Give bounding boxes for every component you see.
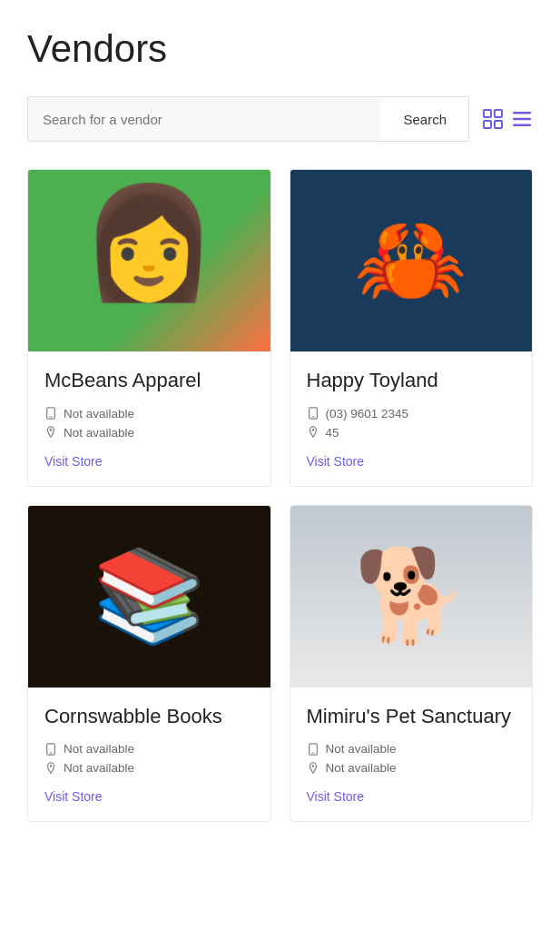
vendor-info-mcbeans-apparel: McBeans Apparel Not available Not availa… xyxy=(28,351,270,486)
location-icon xyxy=(44,762,57,775)
vendor-name-cornswabble-books: Cornswabble Books xyxy=(44,704,254,730)
vendor-location-mimiru-pet-sanctuary: Not available xyxy=(307,761,516,775)
phone-icon xyxy=(44,407,57,420)
vendor-name-mcbeans-apparel: McBeans Apparel xyxy=(44,368,254,394)
vendor-phone-mcbeans-apparel: Not available xyxy=(44,407,254,420)
vendor-image-cornswabble-books xyxy=(28,506,270,688)
visit-store-link-mcbeans-apparel[interactable]: Visit Store xyxy=(44,454,103,469)
location-icon xyxy=(307,762,319,775)
svg-point-15 xyxy=(50,765,53,767)
phone-icon xyxy=(307,743,319,756)
visit-store-link-cornswabble-books[interactable]: Visit Store xyxy=(44,789,103,804)
vendor-location-cornswabble-books: Not available xyxy=(44,761,254,775)
svg-rect-4 xyxy=(513,112,531,114)
vendor-image-happy-toyland xyxy=(290,170,533,351)
vendor-phone-mimiru-pet-sanctuary: Not available xyxy=(307,742,516,756)
vendor-info-happy-toyland: Happy Toyland (03) 9601 2345 45 Visit St xyxy=(290,351,533,486)
phone-icon xyxy=(307,407,319,420)
vendor-phone-text-mcbeans-apparel: Not available xyxy=(64,407,134,420)
vendor-card-mimiru-pet-sanctuary: Mimiru's Pet Sanctuary Not available Not… xyxy=(290,505,534,823)
svg-rect-8 xyxy=(49,417,53,418)
vendor-location-text-mcbeans-apparel: Not available xyxy=(64,426,134,440)
svg-rect-1 xyxy=(495,110,502,117)
location-icon xyxy=(307,426,319,439)
vendor-phone-text-happy-toyland: (03) 9601 2345 xyxy=(326,407,409,420)
page-title: Vendors xyxy=(27,27,533,71)
vendor-card-happy-toyland: Happy Toyland (03) 9601 2345 45 Visit St xyxy=(290,169,534,487)
vendor-phone-text-cornswabble-books: Not available xyxy=(64,742,134,756)
vendor-location-text-mimiru-pet-sanctuary: Not available xyxy=(326,761,397,775)
search-button[interactable]: Search xyxy=(381,96,469,142)
vendor-card-mcbeans-apparel: McBeans Apparel Not available Not availa… xyxy=(27,169,271,487)
visit-store-link-mimiru-pet-sanctuary[interactable]: Visit Store xyxy=(307,789,365,804)
svg-rect-0 xyxy=(484,110,491,117)
vendor-name-mimiru-pet-sanctuary: Mimiru's Pet Sanctuary xyxy=(307,704,516,730)
svg-rect-6 xyxy=(513,124,531,127)
search-bar: Search xyxy=(27,96,533,142)
vendor-location-mcbeans-apparel: Not available xyxy=(44,426,254,440)
svg-rect-5 xyxy=(513,118,531,121)
vendor-grid: McBeans Apparel Not available Not availa… xyxy=(27,169,533,822)
svg-point-18 xyxy=(311,765,314,767)
svg-point-9 xyxy=(50,429,53,431)
svg-rect-3 xyxy=(495,121,502,128)
vendor-image-mimiru-pet-sanctuary xyxy=(290,506,533,688)
vendor-card-cornswabble-books: Cornswabble Books Not available Not avai… xyxy=(27,505,271,823)
list-view-button[interactable] xyxy=(511,108,533,130)
vendor-phone-text-mimiru-pet-sanctuary: Not available xyxy=(326,742,397,756)
svg-point-12 xyxy=(311,429,314,431)
svg-rect-11 xyxy=(311,417,315,418)
view-controls xyxy=(482,108,533,130)
vendor-location-text-happy-toyland: 45 xyxy=(326,426,339,440)
vendor-name-happy-toyland: Happy Toyland xyxy=(307,368,516,394)
svg-rect-17 xyxy=(311,752,315,753)
grid-view-button[interactable] xyxy=(482,108,504,130)
search-input[interactable] xyxy=(27,96,381,142)
vendor-image-mcbeans-apparel xyxy=(28,170,270,351)
location-icon xyxy=(44,426,57,439)
vendor-phone-happy-toyland: (03) 9601 2345 xyxy=(307,407,516,420)
vendor-location-happy-toyland: 45 xyxy=(307,426,516,440)
vendor-phone-cornswabble-books: Not available xyxy=(44,742,254,756)
vendor-location-text-cornswabble-books: Not available xyxy=(64,761,134,775)
vendor-info-cornswabble-books: Cornswabble Books Not available Not avai… xyxy=(28,688,270,822)
vendor-info-mimiru-pet-sanctuary: Mimiru's Pet Sanctuary Not available Not… xyxy=(290,688,533,822)
phone-icon xyxy=(44,743,57,756)
visit-store-link-happy-toyland[interactable]: Visit Store xyxy=(307,454,365,469)
svg-rect-2 xyxy=(484,121,491,128)
svg-rect-14 xyxy=(49,752,53,753)
